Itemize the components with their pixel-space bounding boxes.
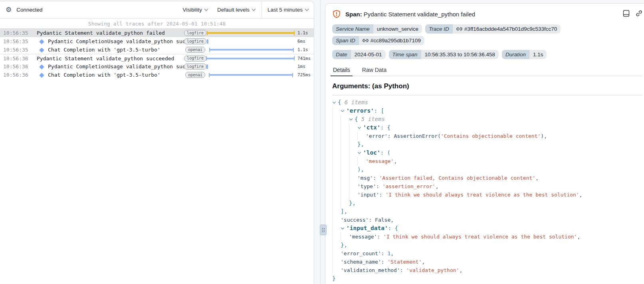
trace-row[interactable]: 10:56:36 Chat Completion with 'gpt-3.5-t… <box>0 71 314 79</box>
instrumentation-tag: logfire <box>184 56 206 62</box>
indent-guide <box>332 140 341 149</box>
trace-row[interactable]: 10:56:36 Pydantic Statement validate_pyt… <box>0 54 314 62</box>
time-range-dropdown[interactable]: Last 5 minutes <box>262 1 314 18</box>
indent-guide <box>341 199 349 207</box>
trace-duration-label: 1.1s <box>296 47 311 52</box>
default-levels-dropdown[interactable]: Default levels <box>217 7 255 13</box>
trace-row[interactable]: 10:56:36 Pydantic CompletionUsage valida… <box>0 62 314 71</box>
indent-guide <box>341 165 349 174</box>
badge-value: 10:56:35.353 to 10:56:36.458 <box>421 50 499 59</box>
indent-guide <box>332 123 341 132</box>
span-diamond-icon <box>39 39 44 44</box>
instrumentation-tag: openai <box>185 47 205 53</box>
tab-raw-data[interactable]: Raw Data <box>361 65 387 76</box>
badge-value: unknown_service <box>373 24 422 34</box>
badge-label: Trace ID <box>425 24 453 34</box>
code-line: }, <box>332 140 642 149</box>
detail-tabs: DetailsRaw Data <box>332 65 642 76</box>
trace-duration-bar <box>206 54 296 62</box>
trace-duration-bar <box>206 62 296 71</box>
instrumentation-tag: logfire <box>184 38 206 44</box>
trace-timestamp: 10:56:35 <box>3 38 28 44</box>
indent-guide <box>332 115 341 123</box>
trace-row[interactable]: 10:56:35 Pydantic CompletionUsage valida… <box>0 37 314 46</box>
instrumentation-tag: openai <box>185 72 205 78</box>
code-line: } <box>332 274 642 283</box>
indent-guide <box>332 258 341 266</box>
trace-timestamp: 10:56:36 <box>3 56 28 62</box>
collapse-chevron-icon[interactable] <box>341 107 346 115</box>
code-line: 'errors': [ <box>332 107 642 115</box>
collapse-chevron-icon[interactable] <box>349 115 355 123</box>
indent-guide <box>341 149 349 157</box>
code-line: }, <box>332 241 642 249</box>
trace-timestamp: 10:56:35 <box>3 47 28 53</box>
trace-duration-label: 1.1s <box>296 30 311 36</box>
indent-guide <box>349 182 357 191</box>
indent-guide <box>349 140 357 149</box>
trace-timestamp: 10:56:36 <box>3 64 28 70</box>
indent-guide <box>341 115 349 123</box>
badge-value: #cc89a295db1b7109 <box>359 36 424 45</box>
warning-shield-icon <box>332 10 341 18</box>
indent-guide <box>332 165 341 174</box>
code-line: 'schema_name': 'Statement', <box>332 258 642 266</box>
collapse-chevron-icon[interactable] <box>341 224 346 232</box>
indent-guide <box>332 216 341 224</box>
trace-message: Pydantic Statement validate_python faile… <box>37 30 186 36</box>
badge-value: 2024-05-01 <box>351 50 386 59</box>
code-line: 'success': False, <box>332 216 642 224</box>
trace-row[interactable]: 10:56:35 Pydantic Statement validate_pyt… <box>0 29 314 37</box>
badge-label: Date <box>332 50 351 59</box>
indent-guide <box>332 207 341 216</box>
code-line: 'error_count': 1, <box>332 249 642 258</box>
traces-status-line: Showing all traces after 2024-05-01 10:5… <box>0 19 314 29</box>
code-line: { 5 items <box>332 115 642 123</box>
panel-divider <box>320 0 321 284</box>
code-line: 'error': AssertionError('Contains object… <box>332 132 642 140</box>
indent-guide <box>332 157 341 165</box>
settings-gear-icon[interactable]: ⚙ <box>6 6 12 13</box>
copy-link-icon[interactable] <box>635 10 643 17</box>
indent-guide <box>349 132 357 140</box>
indent-guide <box>332 174 341 182</box>
code-line: 'input_data': { <box>332 224 642 232</box>
span-diamond-icon <box>39 73 44 78</box>
code-line: 'validation_method': 'validate_python', <box>332 266 642 274</box>
trace-duration-label: 1ms <box>296 64 311 69</box>
indent-guide <box>341 174 349 182</box>
link-icon <box>456 26 462 32</box>
indent-guide <box>332 107 341 115</box>
indent-guide <box>332 182 341 191</box>
indent-guide <box>341 132 349 140</box>
collapse-chevron-icon[interactable] <box>332 98 338 107</box>
indent-guide <box>357 132 366 140</box>
indent-guide <box>332 241 341 249</box>
span-detail-panel: Span: Pydantic Statement validate_python… <box>325 3 644 284</box>
collapse-chevron-icon[interactable] <box>357 123 363 132</box>
indent-guide <box>341 232 349 241</box>
indent-guide <box>341 182 349 191</box>
badge-label: Duration <box>502 50 529 59</box>
badge-label: Span ID <box>332 36 359 45</box>
tab-details[interactable]: Details <box>332 65 351 76</box>
indent-guide <box>332 249 341 258</box>
trace-duration-bar <box>206 71 296 79</box>
code-line: 'message': 'I think we should always tre… <box>332 232 642 241</box>
indent-guide <box>349 157 357 165</box>
trace-duration-bar <box>206 46 296 54</box>
panel-resize-handle[interactable] <box>320 224 327 235</box>
attribute-badge: Span ID#cc89a295db1b7109 <box>332 36 424 45</box>
indent-guide <box>341 123 349 132</box>
chevron-down-icon <box>204 7 208 11</box>
trace-row[interactable]: 10:56:35 Chat Completion with 'gpt-3.5-t… <box>0 46 314 54</box>
code-line: ], <box>332 207 642 216</box>
live-traces-panel: ⚙ Connected Visibility Default levels La… <box>0 1 314 284</box>
dock-panel-icon[interactable] <box>622 10 630 17</box>
chevron-down-icon <box>305 7 309 11</box>
visibility-dropdown[interactable]: Visibility <box>182 7 208 13</box>
span-diamond-icon <box>39 64 44 70</box>
attribute-badge: Duration1.1s <box>502 50 547 59</box>
instrumentation-tag: logfire <box>184 64 206 70</box>
collapse-chevron-icon[interactable] <box>357 149 363 157</box>
